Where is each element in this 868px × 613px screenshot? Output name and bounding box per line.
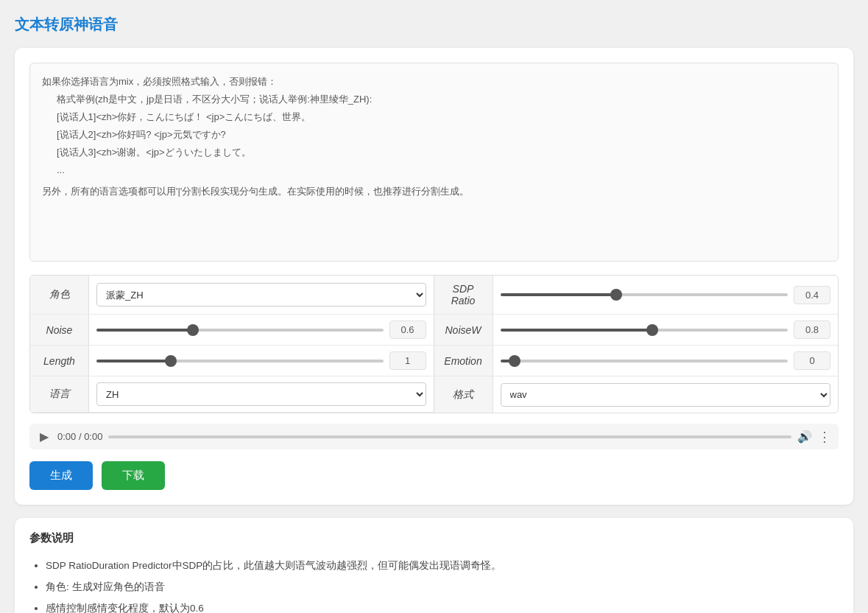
- params-list: SDP RatioDuration Predictor中SDP的占比，此值越大则…: [29, 556, 839, 613]
- download-button[interactable]: 下载: [102, 461, 165, 490]
- action-buttons: 生成 下载: [29, 461, 839, 490]
- emotion-label: Emotion: [434, 346, 493, 376]
- audio-player: ▶ 0:00 / 0:00 🔊 ⋮: [29, 424, 839, 449]
- main-card: 如果你选择语言为mix，必须按照格式输入，否则报错： 格式举例(zh是中文，jp…: [15, 48, 853, 505]
- hint-line2: 格式举例(zh是中文，jp是日语，不区分大小写；说话人举例:神里绫华_ZH):: [42, 91, 826, 108]
- noisew-row: NoiseW 0.8: [434, 315, 839, 346]
- length-row: Length 1: [30, 346, 434, 376]
- noise-value: 0.6: [389, 320, 426, 339]
- noisew-value: 0.8: [794, 320, 830, 339]
- audio-volume-button[interactable]: 🔊: [797, 430, 812, 444]
- role-row: 角色 派蒙_ZH神里绫华_ZH荧_ZH: [30, 276, 434, 315]
- hint-line1: 如果你选择语言为mix，必须按照格式输入，否则报错：: [42, 74, 826, 90]
- hint-box: 如果你选择语言为mix，必须按照格式输入，否则报错： 格式举例(zh是中文，jp…: [29, 63, 839, 262]
- sdp-label: SDP Ratio: [434, 276, 493, 314]
- noisew-slider[interactable]: [501, 329, 788, 332]
- lang-content: ZHJPENmix: [89, 376, 434, 412]
- emotion-slider[interactable]: [501, 360, 788, 362]
- params-card: 参数说明 SDP RatioDuration Predictor中SDP的占比，…: [15, 518, 853, 613]
- audio-more-button[interactable]: ⋮: [818, 429, 831, 445]
- format-row: 格式 wavmp3flac: [434, 376, 839, 413]
- audio-time: 0:00 / 0:00: [57, 431, 102, 442]
- audio-play-button[interactable]: ▶: [37, 428, 52, 445]
- lang-select[interactable]: ZHJPENmix: [96, 382, 426, 406]
- sdp-value: 0.4: [794, 286, 830, 304]
- emotion-content: 0: [493, 346, 839, 376]
- role-label: 角色: [30, 276, 89, 314]
- sdp-slider[interactable]: [501, 293, 788, 296]
- controls-section: 角色 派蒙_ZH神里绫华_ZH荧_ZH SDP Ratio 0.4 Noise: [29, 275, 839, 413]
- audio-progress-bar[interactable]: [108, 435, 791, 438]
- noisew-content: 0.8: [493, 315, 839, 345]
- hint-line4: [说话人2]<zh>你好吗? <jp>元気ですか?: [42, 127, 826, 143]
- role-select[interactable]: 派蒙_ZH神里绫华_ZH荧_ZH: [96, 283, 426, 306]
- length-slider[interactable]: [96, 360, 384, 362]
- format-label: 格式: [434, 376, 493, 413]
- generate-button[interactable]: 生成: [29, 461, 93, 490]
- noise-content: 0.6: [89, 315, 434, 345]
- lang-row: 语言 ZHJPENmix: [30, 376, 434, 413]
- noise-slider[interactable]: [96, 329, 384, 332]
- sdp-row: SDP Ratio 0.4: [434, 276, 839, 315]
- param-item-2: 角色: 生成对应角色的语音: [46, 577, 839, 597]
- sdp-content: 0.4: [493, 280, 839, 310]
- controls-grid: 角色 派蒙_ZH神里绫华_ZH荧_ZH SDP Ratio 0.4 Noise: [29, 275, 839, 413]
- lang-label: 语言: [30, 376, 89, 412]
- params-title: 参数说明: [29, 531, 839, 545]
- noise-label: Noise: [30, 315, 89, 345]
- length-value: 1: [389, 351, 426, 370]
- hint-line6: ...: [42, 162, 826, 178]
- noise-row: Noise 0.6: [30, 315, 434, 346]
- hint-line7: 另外，所有的语言选项都可以用'|'分割长段实现分句生成。在实际使用的时候，也推荐…: [42, 183, 826, 200]
- noisew-label: NoiseW: [434, 315, 493, 345]
- emotion-row: Emotion 0: [434, 346, 839, 376]
- emotion-value: 0: [794, 351, 830, 370]
- length-label: Length: [30, 346, 89, 376]
- param-item-1: SDP RatioDuration Predictor中SDP的占比，此值越大则…: [46, 556, 839, 575]
- format-content: wavmp3flac: [493, 377, 839, 413]
- page-title: 文本转原神语音: [15, 15, 853, 35]
- role-content: 派蒙_ZH神里绫华_ZH荧_ZH: [89, 277, 434, 312]
- hint-line3: [说话人1]<zh>你好，こんにちば！ <jp>こんにちば、世界。: [42, 109, 826, 125]
- format-select[interactable]: wavmp3flac: [501, 383, 831, 407]
- length-content: 1: [89, 346, 434, 376]
- hint-line5: [说话人3]<zh>谢谢。<jp>どういたしまして。: [42, 144, 826, 161]
- param-item-3: 感情控制感情变化程度，默认为0.6: [46, 598, 839, 613]
